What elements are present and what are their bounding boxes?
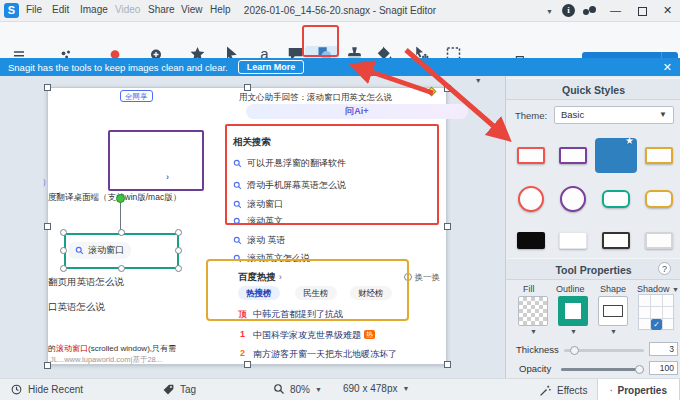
menu-view[interactable]: View bbox=[181, 4, 203, 15]
opacity-slider-thumb[interactable] bbox=[635, 365, 644, 374]
style-gold-rectangle[interactable] bbox=[645, 147, 673, 164]
shape-handle-sw[interactable] bbox=[60, 265, 67, 272]
assistant-answer-line: 用文心助手回答：滚动窗口用英文怎么说 bbox=[239, 92, 392, 104]
fill-swatch[interactable] bbox=[518, 296, 548, 326]
title-dropdown-icon[interactable]: ▼ bbox=[546, 8, 553, 15]
result-url: JL...www.lupaworld.com|基于28... bbox=[50, 355, 162, 365]
main-toolbar: Library Assets Capture Create Favorites … bbox=[0, 22, 680, 58]
shape-dropdown-icon[interactable]: ▼ bbox=[610, 328, 617, 335]
chevron-down-icon: ▼ bbox=[475, 77, 482, 84]
shadow-checkbox[interactable]: ✓ bbox=[651, 319, 662, 330]
image-handle-w[interactable] bbox=[44, 223, 51, 230]
fill-dropdown-icon[interactable]: ▼ bbox=[530, 328, 537, 335]
shape-handle-s[interactable] bbox=[118, 265, 125, 272]
close-button[interactable]: ✕ bbox=[663, 4, 672, 17]
purple-rectangle-annotation[interactable] bbox=[108, 130, 204, 191]
baidu-badge: 全网享 bbox=[120, 90, 153, 102]
outline-dropdown-icon[interactable]: ▼ bbox=[570, 328, 577, 335]
search-icon bbox=[233, 236, 242, 245]
related-search-item[interactable]: 滚动 英语 bbox=[233, 234, 286, 247]
hot-item-2[interactable]: 南方游客开窗一天把东北地暖冻坏了 bbox=[253, 348, 397, 361]
green-rectangle-annotation[interactable] bbox=[64, 233, 179, 269]
style-black-outline[interactable] bbox=[602, 232, 630, 249]
menu-edit[interactable]: Edit bbox=[52, 4, 69, 15]
opacity-slider[interactable] bbox=[561, 368, 644, 371]
image-handle-n[interactable] bbox=[244, 84, 251, 91]
shape-handle-se[interactable] bbox=[175, 265, 182, 272]
style-green-rounded-rect[interactable] bbox=[602, 190, 630, 208]
shape-label: Shape bbox=[600, 284, 626, 294]
image-handle-nw[interactable] bbox=[44, 84, 51, 91]
red-rectangle-annotation[interactable] bbox=[225, 124, 439, 225]
hide-recent-button[interactable]: Hide Recent bbox=[10, 383, 83, 396]
opacity-value[interactable]: 100 bbox=[649, 361, 678, 375]
style-purple-circle[interactable] bbox=[560, 186, 586, 212]
community-icon[interactable] bbox=[582, 5, 596, 18]
thickness-slider-thumb[interactable] bbox=[570, 346, 579, 355]
style-gold-rounded-rect[interactable] bbox=[645, 190, 673, 208]
result-snippet: 的滚动窗口(scrolled window),只有需 bbox=[48, 343, 176, 354]
shape-handle-n[interactable] bbox=[118, 229, 125, 236]
paren-text: ） bbox=[42, 176, 51, 189]
image-handle-sw[interactable] bbox=[44, 362, 51, 369]
canvas-image[interactable]: 全网享 用文心助手回答：滚动窗口用英文怎么说 问Ai+ › ） 度翻译桌面端（支… bbox=[47, 87, 447, 365]
shape-handle-e[interactable] bbox=[175, 247, 182, 254]
theme-select[interactable]: Basic▼ bbox=[554, 106, 674, 124]
tab-properties[interactable]: Properties bbox=[597, 379, 680, 400]
style-gray-outline[interactable] bbox=[645, 232, 673, 249]
shadow-direction-picker[interactable]: ✓ bbox=[638, 294, 674, 330]
translate-desktop-line: 度翻译桌面端（支持win版/mac版） bbox=[48, 192, 181, 204]
refresh-button[interactable]: 换一换 bbox=[404, 272, 440, 284]
learn-more-button[interactable]: Learn More bbox=[238, 60, 305, 74]
image-handle-e[interactable] bbox=[444, 223, 451, 230]
info-icon[interactable]: i bbox=[562, 4, 575, 17]
menu-video[interactable]: Video bbox=[115, 4, 140, 15]
shape-handle-ne[interactable] bbox=[175, 229, 182, 236]
shape-handle-nw[interactable] bbox=[60, 229, 67, 236]
image-handle-s[interactable] bbox=[244, 361, 251, 368]
magic-wand-icon bbox=[539, 384, 552, 397]
style-purple-rectangle[interactable] bbox=[559, 147, 587, 164]
zoom-control[interactable]: 80% ▼ bbox=[273, 383, 322, 395]
history-icon bbox=[10, 383, 23, 396]
magnifier-icon bbox=[273, 383, 285, 395]
search-line-1: 翻页用英语怎么说 bbox=[48, 276, 124, 289]
orange-rectangle-annotation[interactable] bbox=[206, 259, 409, 321]
search-line-2: 口英语怎么说 bbox=[48, 301, 105, 314]
shape-handle-w[interactable] bbox=[60, 247, 67, 254]
minimize-button[interactable]: — bbox=[610, 4, 621, 16]
style-red-rectangle[interactable] bbox=[517, 147, 545, 164]
canvas-size-control[interactable]: 690 x 478px ▼ bbox=[343, 383, 409, 394]
hot-rank-2: 2 bbox=[240, 348, 245, 358]
image-handle-ne[interactable] bbox=[444, 85, 451, 92]
right-panel: Quick Styles Theme: Basic▼ ★ Tool Proper… bbox=[505, 76, 680, 378]
menu-file[interactable]: File bbox=[26, 4, 42, 15]
thickness-value[interactable]: 3 bbox=[649, 342, 678, 356]
snagit-logo-icon: S bbox=[4, 3, 19, 18]
menu-share[interactable]: Share bbox=[148, 4, 175, 15]
help-icon[interactable]: ? bbox=[658, 262, 671, 275]
image-handle-se[interactable] bbox=[444, 361, 451, 368]
maximize-button[interactable] bbox=[638, 7, 647, 16]
hot-badge: 热 bbox=[364, 330, 375, 339]
tab-effects[interactable]: Effects bbox=[527, 379, 599, 400]
title-bar: S File Edit Image Video Share View Help … bbox=[0, 0, 680, 22]
menu-help[interactable]: Help bbox=[210, 4, 231, 15]
style-black-filled[interactable] bbox=[517, 232, 545, 249]
style-white-filled[interactable] bbox=[559, 232, 587, 249]
notification-banner: Snagit has the tools to keep images clea… bbox=[0, 58, 680, 76]
rotation-handle[interactable] bbox=[116, 194, 125, 203]
banner-close-icon[interactable]: ✕ bbox=[663, 61, 672, 74]
chevron-down-icon: ▼ bbox=[672, 286, 679, 293]
outline-swatch[interactable] bbox=[558, 296, 588, 326]
menu-image[interactable]: Image bbox=[80, 4, 108, 15]
tag-button[interactable]: Tag bbox=[162, 383, 196, 396]
quick-styles-header: Quick Styles bbox=[506, 78, 680, 100]
gear-icon bbox=[610, 384, 613, 397]
hot-item-1[interactable]: 中国科学家攻克世界级难题热 bbox=[253, 329, 375, 342]
carousel-chevron[interactable]: › bbox=[166, 172, 169, 182]
style-red-circle[interactable] bbox=[518, 186, 544, 212]
ask-ai-button[interactable]: 问Ai+ bbox=[246, 104, 468, 119]
banner-message: Snagit has the tools to keep images clea… bbox=[8, 62, 228, 73]
shape-swatch[interactable] bbox=[598, 296, 628, 326]
